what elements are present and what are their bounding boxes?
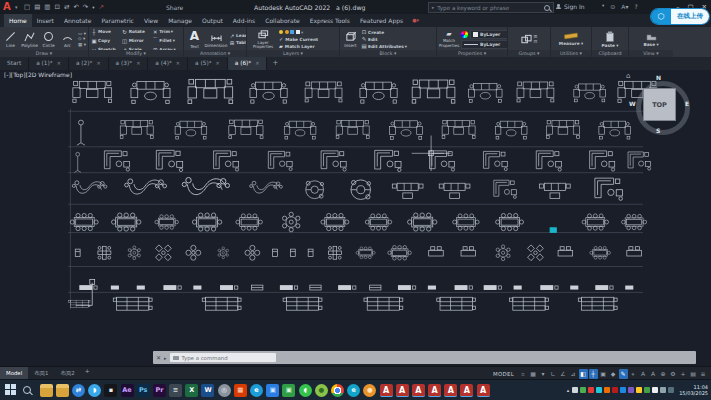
viewcube[interactable]: ⌂ N W S E TOP <box>630 75 698 141</box>
furniture-sofa2[interactable] <box>284 121 316 139</box>
tool-mirror[interactable]: ◫Mirror <box>122 38 151 44</box>
tool-table[interactable]: ⊞Table <box>229 40 246 46</box>
ribbon-tab-home[interactable]: Home <box>4 14 32 27</box>
tool-line[interactable]: Line <box>2 31 19 48</box>
furniture-lsofa[interactable] <box>628 152 651 170</box>
tool-move[interactable]: ┼Move <box>91 29 120 35</box>
taskbar-autocad-window-7[interactable]: A <box>477 384 490 397</box>
viewcube-east[interactable]: E <box>685 100 689 107</box>
panel-label-clipboard[interactable]: Clipboard <box>592 50 628 57</box>
status-annotation-monitor-icon[interactable]: + <box>679 369 688 379</box>
panel-label-layers[interactable]: Layers ▾ <box>247 50 339 57</box>
furniture-bed[interactable] <box>364 297 403 310</box>
logo-caret-icon[interactable]: ▾ <box>15 4 18 10</box>
new-icon[interactable]: □ <box>24 3 30 11</box>
taskbar-app-app-green-2-icon[interactable]: ● <box>315 384 328 397</box>
viewcube-top-face[interactable]: TOP <box>643 88 676 121</box>
furniture-lsofa[interactable] <box>430 151 455 171</box>
furniture-plus[interactable] <box>98 246 111 259</box>
furniture-chair[interactable] <box>273 249 278 256</box>
status-autoscale-icon[interactable]: A <box>649 369 658 379</box>
status-ortho-mode-icon[interactable]: ∟ <box>549 369 558 379</box>
status-lineweight-icon[interactable]: ▣ <box>599 369 608 379</box>
furniture-lsofa[interactable] <box>156 150 182 171</box>
viewport-controls[interactable]: [-][Top][2D Wireframe] <box>4 71 72 78</box>
furniture-sofa1[interactable] <box>305 82 342 102</box>
home-icon[interactable]: ⌂ <box>626 72 630 80</box>
ribbon-tab-view[interactable]: View <box>139 14 163 27</box>
close-tab-icon[interactable]: ✕ <box>136 57 140 70</box>
furniture-bed[interactable] <box>202 297 241 310</box>
furniture-sofa1[interactable] <box>73 81 112 102</box>
furniture-teal[interactable] <box>550 228 556 233</box>
tool-insert[interactable]: Insert <box>342 31 359 48</box>
taskbar-app-premiere-icon[interactable]: Pr <box>153 384 166 397</box>
furniture-solid[interactable] <box>540 285 558 290</box>
furniture-d6[interactable] <box>622 214 647 229</box>
furniture-lsofa[interactable] <box>321 151 346 171</box>
tray-icon-12[interactable] <box>660 387 666 393</box>
furniture-plus[interactable] <box>328 246 341 259</box>
furniture-dr[interactable] <box>218 247 228 259</box>
furniture-lamp[interactable] <box>74 152 80 172</box>
tray-icon-3[interactable] <box>588 387 594 393</box>
furniture-lsofa[interactable] <box>375 150 401 171</box>
taskbar-app-edge-legacy-icon[interactable]: e <box>250 384 263 397</box>
furniture-fl4[interactable] <box>245 245 260 260</box>
taskbar-autocad-window-1[interactable]: A <box>380 384 393 397</box>
furniture-chair[interactable] <box>75 249 80 256</box>
furniture-sofa2[interactable] <box>495 121 527 139</box>
ribbon-tab-manage[interactable]: Manage <box>163 14 197 27</box>
ribbon-tab-insert[interactable]: Insert <box>32 14 59 27</box>
furniture-fr[interactable] <box>310 285 321 290</box>
furniture-chair[interactable] <box>290 249 295 256</box>
furniture-round[interactable] <box>306 181 324 199</box>
status-workspace-switching-icon[interactable]: ⚙ <box>669 369 678 379</box>
status-selection-cycling-icon[interactable]: ✎ <box>619 369 628 379</box>
furniture-round[interactable] <box>351 180 371 200</box>
tray-icon-10[interactable] <box>644 387 650 393</box>
furniture-solid[interactable] <box>484 285 502 290</box>
furniture-sofasm[interactable] <box>539 183 570 198</box>
furniture-bed[interactable] <box>510 297 549 310</box>
tray-icon-5[interactable] <box>604 387 610 393</box>
redo-icon[interactable]: ↷ <box>83 3 88 11</box>
furniture-sofa1[interactable] <box>188 79 233 103</box>
furniture-ssm[interactable] <box>111 286 119 290</box>
furniture-dr[interactable] <box>496 245 510 261</box>
furniture-sofa2[interactable] <box>599 121 631 139</box>
paste-icon[interactable] <box>605 31 615 42</box>
furniture-d6[interactable] <box>590 246 611 259</box>
furniture-sofa2[interactable] <box>250 82 287 103</box>
linetype-dropdown[interactable]: ByLayer▾ <box>461 40 507 49</box>
ribbon-tab-output[interactable]: Output <box>197 14 228 27</box>
viewcube-west[interactable]: W <box>629 100 636 107</box>
tray-icon-13[interactable] <box>668 387 674 393</box>
furniture-ssm[interactable] <box>625 286 633 290</box>
ribbon-tab-add-ins[interactable]: Add-ins <box>228 14 260 27</box>
taskbar-app-app-orange-icon[interactable]: ● <box>363 384 376 397</box>
furniture-sofa1[interactable] <box>546 120 579 138</box>
furniture-ssm[interactable] <box>137 286 145 290</box>
viewcube-south[interactable]: S <box>656 127 660 134</box>
tray-icon-11[interactable] <box>652 387 658 393</box>
furniture-bed[interactable] <box>69 300 90 307</box>
file-tab-a2[interactable]: a (2)*✕ <box>69 57 109 70</box>
taskbar-app-app-blue-icon[interactable]: ◗ <box>88 384 101 397</box>
tray-icon-1[interactable] <box>572 387 578 393</box>
tool-polyline[interactable]: Polyline <box>21 31 38 48</box>
furniture-lsofa[interactable] <box>268 151 292 170</box>
tool-trim[interactable]: ✕Trim ▾ <box>152 29 181 35</box>
furniture-sofasm[interactable] <box>439 183 470 198</box>
furniture-bed[interactable] <box>437 297 476 310</box>
furniture-sofa2[interactable] <box>175 121 207 139</box>
tool-dimension[interactable]: Dimension <box>205 31 227 48</box>
furniture-solid[interactable] <box>455 285 473 290</box>
layer-state-icons[interactable]: ▾ <box>279 29 318 35</box>
furniture-solid[interactable] <box>79 285 97 290</box>
furniture-d6[interactable] <box>365 214 391 230</box>
status-grid-display-icon[interactable]: ⌗ <box>519 369 528 379</box>
furniture-sofa1[interactable] <box>442 120 475 138</box>
furniture-curve[interactable] <box>72 181 107 193</box>
measure-icon[interactable] <box>564 32 578 40</box>
